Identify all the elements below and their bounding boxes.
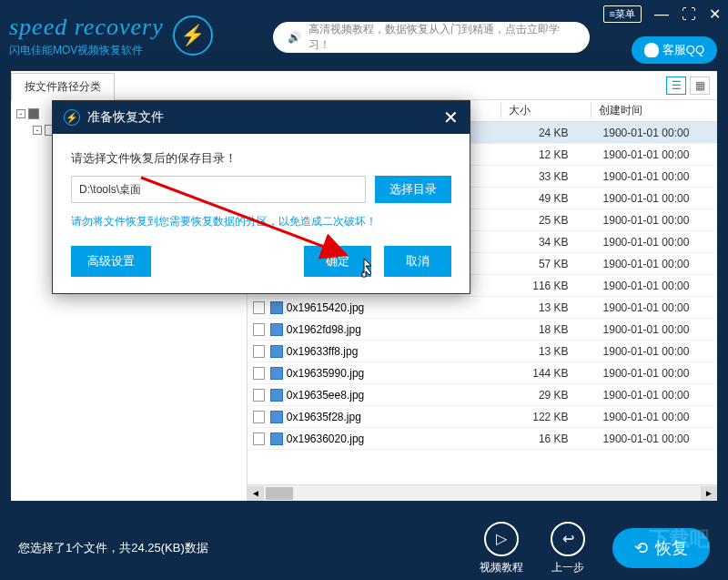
scroll-left-icon[interactable]: ◄ [248,486,264,501]
row-checkbox[interactable] [253,301,265,314]
file-name: 0x19636020.jpg [287,432,508,445]
bolt-icon: ⚡ [173,15,213,56]
collapse-icon[interactable]: - [33,126,42,135]
file-size: 13 KB [508,301,596,314]
table-row[interactable]: 0x1962fd98.jpg18 KB1900-01-01 00:00 [248,319,717,341]
tree-checkbox[interactable] [28,108,39,119]
window-controls: ≡菜单 — ⛶ ✕ [603,5,721,23]
file-name: 0x19633ff8.jpg [287,345,508,358]
file-name: 0x1962fd98.jpg [287,323,508,336]
file-size: 16 KB [508,432,596,445]
file-size: 57 KB [508,258,596,270]
back-icon: ↩ [551,522,585,556]
list-view-toggle[interactable]: ☰ [666,76,686,95]
file-date: 1900-01-01 00:00 [596,170,717,183]
file-date: 1900-01-01 00:00 [596,148,717,161]
file-icon [270,367,282,380]
table-row[interactable]: 0x19615420.jpg13 KB1900-01-01 00:00 [248,297,717,319]
file-date: 1900-01-01 00:00 [596,301,717,314]
file-size: 18 KB [508,323,596,336]
dialog-warning: 请勿将文件恢复到您需要恢复数据的分区，以免造成二次破坏！ [71,214,451,229]
tutorial-banner[interactable]: 🔊 高清视频教程，数据恢复从入门到精通，点击立即学习！ [273,22,590,53]
horizontal-scrollbar[interactable]: ◄ ► [248,484,717,501]
row-checkbox[interactable] [253,345,265,358]
collapse-icon[interactable]: - [16,109,25,118]
footer: 您选择了1个文件，共24.25(KB)数据 ▷ 视频教程 ↩ 上一步 ⟲ 恢复 [0,516,728,580]
qq-icon [644,43,659,57]
qq-support-button[interactable]: 客服QQ [632,36,717,64]
file-date: 1900-01-01 00:00 [596,411,717,423]
file-size: 33 KB [508,170,596,183]
scroll-thumb[interactable] [266,487,293,500]
scroll-right-icon[interactable]: ► [701,486,717,501]
tab-by-path[interactable]: 按文件路径分类 [11,73,115,100]
maximize-button[interactable]: ⛶ [682,6,696,23]
grid-view-toggle[interactable]: ▦ [690,76,710,95]
file-date: 1900-01-01 00:00 [596,236,717,249]
file-size: 34 KB [508,236,596,249]
file-date: 1900-01-01 00:00 [596,389,717,402]
row-checkbox[interactable] [253,367,265,380]
play-icon: ▷ [484,522,519,556]
table-row[interactable]: 0x19636020.jpg16 KB1900-01-01 00:00 [248,428,717,450]
file-size: 13 KB [508,345,596,358]
file-size: 25 KB [508,214,596,227]
watermark: 下载吧 [650,525,710,553]
tutorial-button[interactable]: ▷ 视频教程 [480,522,523,575]
ok-button[interactable]: 确定 [304,246,371,277]
table-row[interactable]: 0x19633ff8.jpg13 KB1900-01-01 00:00 [248,341,717,362]
close-button[interactable]: ✕ [709,5,721,23]
file-name: 0x19615420.jpg [287,301,508,314]
file-icon [270,323,282,336]
table-row[interactable]: 0x19635ee8.jpg29 KB1900-01-01 00:00 [248,384,717,406]
file-name: 0x19635ee8.jpg [287,389,508,402]
logo-area: speed recovery 闪电佳能MOV视频恢复软件 ⚡ [9,14,213,58]
tab-bar: 按文件路径分类 ☰ ▦ [11,71,717,100]
file-icon [270,345,282,358]
file-icon [270,432,282,445]
row-checkbox[interactable] [253,389,265,402]
file-size: 122 KB [508,411,596,423]
table-row[interactable]: 0x19635f28.jpg122 KB1900-01-01 00:00 [248,406,717,428]
speaker-icon: 🔊 [288,31,301,44]
advanced-button[interactable]: 高级设置 [71,246,151,277]
file-size: 116 KB [508,280,596,292]
file-icon [270,389,282,402]
status-text: 您选择了1个文件，共24.25(KB)数据 [18,540,208,556]
bolt-icon: ⚡ [64,109,80,126]
logo-subtitle: 闪电佳能MOV视频恢复软件 [9,43,164,58]
file-icon [270,411,282,423]
path-input[interactable] [71,176,366,203]
row-checkbox[interactable] [253,411,265,423]
file-date: 1900-01-01 00:00 [596,367,717,380]
file-size: 49 KB [508,192,596,205]
menu-button[interactable]: ≡菜单 [603,5,642,23]
dialog-prompt: 请选择文件恢复后的保存目录！ [71,150,451,167]
tutorial-text: 高清视频教程，数据恢复从入门到精通，点击立即学习！ [308,22,575,53]
recover-dialog: ⚡ 准备恢复文件 ✕ 请选择文件恢复后的保存目录！ 选择目录 请勿将文件恢复到您… [52,100,470,294]
file-size: 144 KB [508,367,596,380]
browse-button[interactable]: 选择目录 [375,176,451,203]
recover-icon: ⟲ [634,538,648,558]
file-date: 1900-01-01 00:00 [596,214,717,227]
back-button[interactable]: ↩ 上一步 [551,522,585,575]
row-checkbox[interactable] [253,432,265,445]
file-name: 0x19635990.jpg [287,367,508,380]
file-date: 1900-01-01 00:00 [596,258,717,270]
file-icon [270,301,282,314]
col-header-size[interactable]: 大小 [500,103,591,118]
cancel-button[interactable]: 取消 [384,246,451,277]
file-date: 1900-01-01 00:00 [596,127,717,139]
file-date: 1900-01-01 00:00 [596,323,717,336]
file-date: 1900-01-01 00:00 [596,345,717,358]
dialog-title-text: 准备恢复文件 [87,109,164,126]
minimize-button[interactable]: — [654,6,669,23]
file-size: 24 KB [508,127,596,139]
table-row[interactable]: 0x19635990.jpg144 KB1900-01-01 00:00 [248,362,717,384]
dialog-titlebar: ⚡ 准备恢复文件 ✕ [53,101,470,134]
dialog-close-button[interactable]: ✕ [443,107,459,128]
file-name: 0x19635f28.jpg [287,411,508,423]
row-checkbox[interactable] [253,323,265,336]
col-header-date[interactable]: 创建时间 [591,103,717,118]
file-size: 29 KB [508,389,596,402]
